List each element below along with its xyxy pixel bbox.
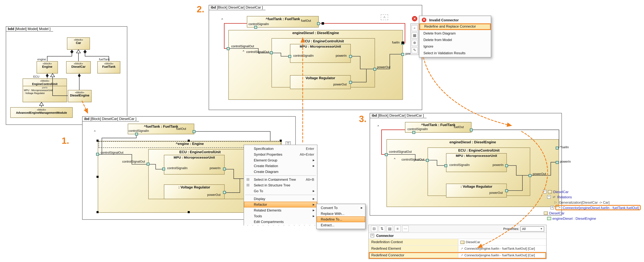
- part-voltage-regulator[interactable]: Voltage Regulator: [290, 75, 351, 89]
- menu-item-display[interactable]: Display▶: [244, 196, 317, 202]
- port-controlsignalout-ecu[interactable]: [270, 51, 273, 54]
- menu-item-redefine-to[interactable]: Redefine To...: [317, 216, 365, 222]
- port-powerout-ecu[interactable]: [528, 174, 532, 177]
- port-controlsignalin-fueltank[interactable]: [412, 131, 415, 134]
- port-fuelin-engine[interactable]: [556, 147, 558, 150]
- zoom-icon[interactable]: ⊕: [412, 40, 418, 46]
- part-mpu[interactable]: MPU : MicroprocessorUnit: [164, 155, 225, 174]
- menu-item-ignore[interactable]: Ignore: [419, 43, 491, 50]
- menu-item-convert-to[interactable]: Convert To▶: [317, 205, 365, 211]
- port-controlsignalin-mpu[interactable]: [444, 164, 447, 167]
- bdd-block-dieselcar[interactable]: «block» DieselCar: [66, 61, 91, 74]
- port-fuelout[interactable]: [470, 128, 473, 132]
- list-icon[interactable]: ≡: [394, 226, 401, 232]
- menu-item-edit-compartments[interactable]: Edit Compartments: [244, 219, 317, 225]
- sort-icon[interactable]: ⇅: [379, 226, 385, 232]
- collapse-icon[interactable]: −: [543, 190, 547, 194]
- selection-handle[interactable]: [188, 211, 190, 213]
- pencil-icon[interactable]: ✎: [412, 47, 418, 54]
- menu-item-select-in-structure-tree[interactable]: ▤Select in Structure Tree: [244, 182, 317, 188]
- ibd-diagram-2-tab[interactable]: ibd [Block] DieselCar[ DieselCar ]: [208, 5, 269, 10]
- tree-item-dieselcar[interactable]: − DieselCar: [541, 189, 644, 194]
- selection-handle[interactable]: [96, 176, 98, 178]
- part-voltage-regulator[interactable]: : Voltage Regulator: [446, 184, 507, 198]
- port-controlsignalin-mpu[interactable]: [162, 168, 165, 170]
- bdd-block-dieselengine[interactable]: «block» DieselEngine: [68, 90, 92, 102]
- bdd-block-enginecontrolunit[interactable]: «block» EngineControlUnit parts MPU : Mi…: [23, 78, 67, 102]
- port-controlsignalout-engine[interactable]: [385, 153, 388, 156]
- magnifier-icon[interactable]: ⌕: [412, 25, 418, 31]
- bdd-block-car[interactable]: «block» Car: [67, 38, 90, 50]
- port-controlsignalout-ecu[interactable]: [426, 159, 429, 162]
- port-powerout-vr[interactable]: [223, 191, 226, 194]
- collapse-icon[interactable]: −: [547, 195, 551, 199]
- port-powerin-engine[interactable]: [556, 161, 558, 164]
- port-label-controlsignalout: controlSignalOut: [119, 160, 145, 163]
- port-controlsignalout-ecu[interactable]: [147, 163, 150, 166]
- menu-item-refactor[interactable]: Refactor▶: [244, 202, 317, 208]
- tree-item-enginediesel[interactable]: engineDiesel : DieselEngine: [541, 216, 644, 221]
- port-powerin-mpu[interactable]: [505, 164, 508, 167]
- port-controlsignalin-fueltank[interactable]: [135, 132, 138, 136]
- part-mpu[interactable]: MPU : MicroprocessorUnit: [290, 44, 351, 63]
- menu-item-select-in-validation-results[interactable]: Select in Validation Results: [419, 50, 491, 56]
- bdd-diagram-tab[interactable]: bdd [Model] Model[ Model ]: [6, 26, 57, 32]
- selection-handle[interactable]: [96, 211, 98, 213]
- selection-handle[interactable]: [280, 140, 282, 142]
- options-icon[interactable]: ⋯: [402, 226, 409, 232]
- selection-handle[interactable]: [188, 140, 190, 142]
- port-powerout-vr[interactable]: [349, 81, 352, 84]
- tree-item-dieselcar-2[interactable]: DieselCar: [541, 210, 644, 216]
- port-powerin-engine[interactable]: [401, 53, 404, 56]
- menu-item-extract[interactable]: Extract...: [317, 222, 365, 228]
- port-controlsignalout-engine[interactable]: [96, 153, 99, 156]
- port-controlsignalin-fueltank[interactable]: [254, 26, 257, 29]
- menu-item-element-group[interactable]: Element Group▶: [244, 157, 317, 163]
- step-1-label: 1.: [62, 136, 69, 146]
- property-group-connector[interactable]: − Connector: [369, 233, 546, 239]
- port-controlsignalin-mpu[interactable]: [288, 55, 291, 58]
- port-powerin-mpu[interactable]: [349, 55, 352, 58]
- ibd-diagram-3-tab[interactable]: ibd [Block] DieselCar[ DieselCar ]: [370, 113, 430, 118]
- connector-end-handle[interactable]: [322, 22, 324, 25]
- grid-icon[interactable]: ▤: [386, 226, 393, 232]
- bdd-block-fueltank[interactable]: «block» FuelTank: [97, 61, 120, 74]
- expand-icon[interactable]: +: [550, 206, 554, 209]
- menu-item-symbol-properties[interactable]: Symbol PropertiesAlt+Enter: [244, 152, 317, 158]
- bdd-block-advanced-engine-management-module[interactable]: «block» AdvancedEngineManagementModule: [10, 107, 73, 118]
- connector-end-handle[interactable]: [402, 42, 404, 44]
- port-controlsignalout-engine[interactable]: [227, 47, 230, 50]
- menu-item-delete-from-model[interactable]: Delete from Model: [419, 36, 491, 43]
- part-mpu[interactable]: MPU : MicroprocessorUnit: [446, 153, 507, 172]
- menu-item-specification[interactable]: SpecificationEnter: [244, 146, 317, 152]
- port-powerout-vr[interactable]: [505, 189, 508, 192]
- elements-icon[interactable]: ▦: [412, 32, 418, 38]
- tree-item-relations[interactable]: − ⇄ Relations: [541, 194, 644, 200]
- collapse-icon[interactable]: −: [370, 234, 374, 237]
- property-row-redefined-element[interactable]: Redefined Element ↗ Connector[engine.fue…: [369, 246, 546, 252]
- menu-item-tools[interactable]: Tools▶: [244, 213, 317, 219]
- properties-filter-select[interactable]: All ▼: [520, 226, 544, 232]
- port-fuelout[interactable]: [193, 130, 196, 133]
- property-row-redefined-connector[interactable]: Redefined Connector ↗ Connector[engine.f…: [369, 252, 546, 259]
- tree-item-generalization[interactable]: ▷ Generalization[DieselCar -> Car]: [541, 200, 644, 205]
- property-row-redefinition-context[interactable]: Redefinition Context DieselCar: [369, 239, 546, 246]
- port-powerin-mpu[interactable]: [223, 168, 226, 170]
- menu-item-go-to[interactable]: Go To▶: [244, 188, 317, 194]
- menu-item-replace-with[interactable]: Replace With...: [317, 211, 365, 216]
- part-voltage-regulator[interactable]: : Voltage Regulator: [164, 184, 225, 199]
- validation-error-icon[interactable]: ✕: [412, 16, 417, 21]
- group-by-icon[interactable]: ⊟: [371, 226, 377, 232]
- menu-item-create-diagram[interactable]: Create Diagram: [244, 169, 317, 175]
- ibd-diagram-1-tab[interactable]: ibd [Block] DieselCar[ DieselCar ]: [82, 116, 142, 122]
- menu-item-create-relation[interactable]: Create Relation▶: [244, 163, 317, 169]
- bdd-block-engine[interactable]: «block» Engine: [36, 61, 58, 74]
- port-fuelout[interactable]: [317, 22, 320, 25]
- menu-item-select-in-containment-tree[interactable]: ▤Select in Containment TreeAlt+B: [244, 176, 317, 182]
- menu-item-delete-from-diagram[interactable]: Delete from Diagram: [419, 30, 491, 36]
- tree-item-connector[interactable]: + ↗ Connector[engineDiesel.fuelIn - fuel…: [541, 205, 644, 210]
- menu-item-redefine-and-replace-connector[interactable]: Redefine and Replace Connector: [419, 23, 491, 30]
- port-powerout-ecu[interactable]: [373, 68, 376, 71]
- selection-handle[interactable]: [96, 140, 98, 142]
- menu-item-related-elements[interactable]: Related Elements▶: [244, 208, 317, 213]
